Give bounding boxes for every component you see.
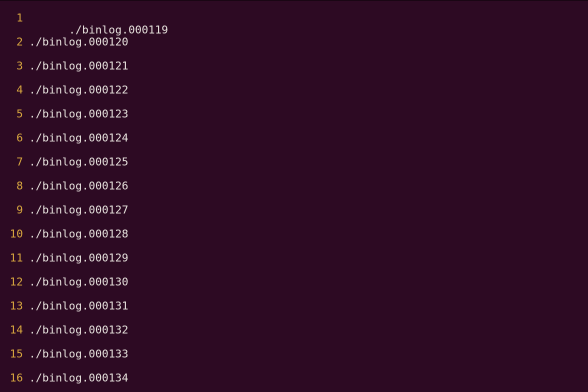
line-content[interactable]: ./binlog.000128	[29, 222, 128, 246]
line-content[interactable]: ./binlog.000130	[29, 270, 128, 294]
editor-line[interactable]: 8 ./binlog.000126	[0, 174, 588, 198]
line-number: 5	[0, 102, 29, 126]
line-number: 2	[0, 30, 29, 54]
line-number: 14	[0, 318, 29, 342]
editor-line[interactable]: 11 ./binlog.000129	[0, 246, 588, 270]
editor-line[interactable]: 6 ./binlog.000124	[0, 126, 588, 150]
editor-line[interactable]: 14 ./binlog.000132	[0, 318, 588, 342]
line-content[interactable]: ./binlog.000127	[29, 198, 128, 222]
editor-line[interactable]: 10 ./binlog.000128	[0, 222, 588, 246]
line-number: 9	[0, 198, 29, 222]
line-number: 13	[0, 294, 29, 318]
line-content[interactable]: ./binlog.000126	[29, 174, 128, 198]
line-content[interactable]: ./binlog.000123	[29, 102, 128, 126]
editor-line[interactable]: 12 ./binlog.000130	[0, 270, 588, 294]
line-number: 1	[0, 6, 29, 30]
line-number: 16	[0, 366, 29, 390]
line-content[interactable]: ./binlog.000124	[29, 126, 128, 150]
line-content[interactable]: ./binlog.000132	[29, 318, 128, 342]
line-content[interactable]: ./binlog.000120	[29, 30, 128, 54]
line-number: 10	[0, 222, 29, 246]
line-number: 12	[0, 270, 29, 294]
line-content[interactable]: ./binlog.000129	[29, 246, 128, 270]
editor-line[interactable]: 13 ./binlog.000131	[0, 294, 588, 318]
line-content[interactable]: ./binlog.000125	[29, 150, 128, 174]
editor-line[interactable]: 16 ./binlog.000134	[0, 366, 588, 390]
line-content[interactable]: ./binlog.000133	[29, 342, 128, 366]
line-number: 3	[0, 54, 29, 78]
line-content[interactable]: ./binlog.000122	[29, 78, 128, 102]
editor-line[interactable]: 7 ./binlog.000125	[0, 150, 588, 174]
editor-line[interactable]: 2 ./binlog.000120	[0, 30, 588, 54]
line-content[interactable]: ./binlog.000121	[29, 54, 128, 78]
editor-line[interactable]: 5 ./binlog.000123	[0, 102, 588, 126]
line-number: 15	[0, 342, 29, 366]
editor-line[interactable]: 15 ./binlog.000133	[0, 342, 588, 366]
text-editor[interactable]: 1 ./binlog.000119 2 ./binlog.000120 3 ./…	[0, 6, 588, 390]
line-content[interactable]: ./binlog.000131	[29, 294, 128, 318]
line-number: 8	[0, 174, 29, 198]
line-content[interactable]: ./binlog.000134	[29, 366, 128, 390]
editor-line[interactable]: 4 ./binlog.000122	[0, 78, 588, 102]
line-number: 4	[0, 78, 29, 102]
editor-line[interactable]: 3 ./binlog.000121	[0, 54, 588, 78]
editor-line[interactable]: 1 ./binlog.000119	[0, 6, 588, 30]
editor-line[interactable]: 9 ./binlog.000127	[0, 198, 588, 222]
line-number: 11	[0, 246, 29, 270]
line-number: 6	[0, 126, 29, 150]
line-number: 7	[0, 150, 29, 174]
